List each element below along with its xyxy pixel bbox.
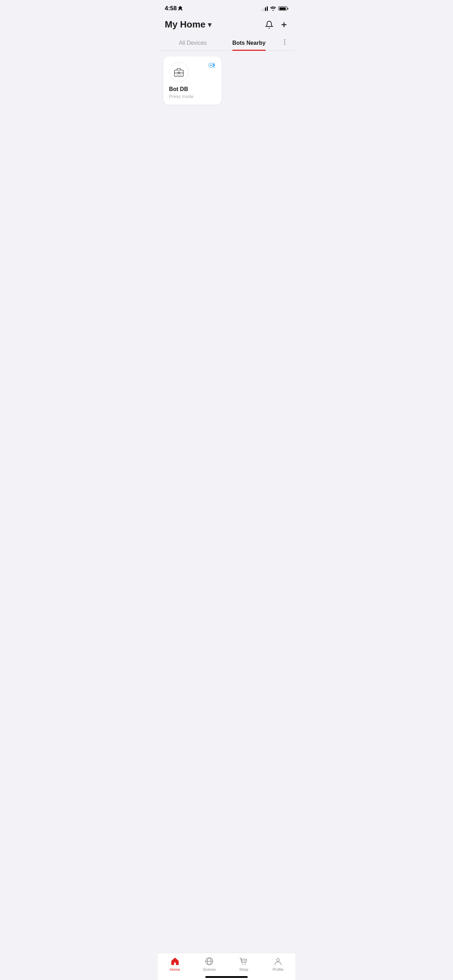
device-icon-container: SwitchBot [169, 62, 189, 82]
header-actions [265, 21, 288, 29]
tab-bots-nearby[interactable]: Bots Nearby [221, 36, 277, 51]
device-status: Press mode [169, 94, 216, 99]
more-vertical-icon [281, 38, 288, 46]
tabs-container: All Devices Bots Nearby [158, 36, 295, 51]
status-icons [261, 6, 288, 11]
svg-text:⦿: ⦿ [208, 62, 214, 68]
main-content: SwitchBot ⦿ Bot DB Press mode [158, 51, 295, 110]
status-time: 4:58 [165, 5, 183, 12]
plus-icon [280, 21, 288, 29]
device-name: Bot DB [169, 86, 216, 92]
header: My Home ▾ [158, 15, 295, 36]
svg-point-4 [285, 44, 285, 45]
tab-all-devices[interactable]: All Devices [165, 36, 221, 51]
wifi-icon [270, 6, 276, 11]
header-title[interactable]: My Home ▾ [165, 19, 211, 30]
more-options-button[interactable] [277, 36, 288, 51]
add-button[interactable] [280, 21, 288, 29]
svg-point-2 [285, 40, 285, 41]
bluetooth-signal: ⦿ [208, 62, 216, 68]
device-card-top: SwitchBot ⦿ [169, 62, 216, 82]
signal-bars [261, 6, 268, 11]
device-card-bot-db[interactable]: SwitchBot ⦿ Bot DB Press mode [163, 56, 222, 105]
switchbot-icon: SwitchBot [173, 65, 185, 78]
location-icon [178, 6, 183, 11]
bluetooth-waves-icon: ⦿ [208, 62, 216, 68]
bell-icon [265, 21, 273, 29]
chevron-down-icon: ▾ [208, 21, 211, 29]
home-title-text: My Home [165, 19, 206, 30]
status-bar: 4:58 [158, 0, 295, 15]
svg-text:SwitchBot: SwitchBot [176, 75, 182, 76]
svg-point-3 [285, 41, 285, 43]
notification-button[interactable] [265, 21, 273, 29]
battery-indicator [278, 6, 288, 11]
